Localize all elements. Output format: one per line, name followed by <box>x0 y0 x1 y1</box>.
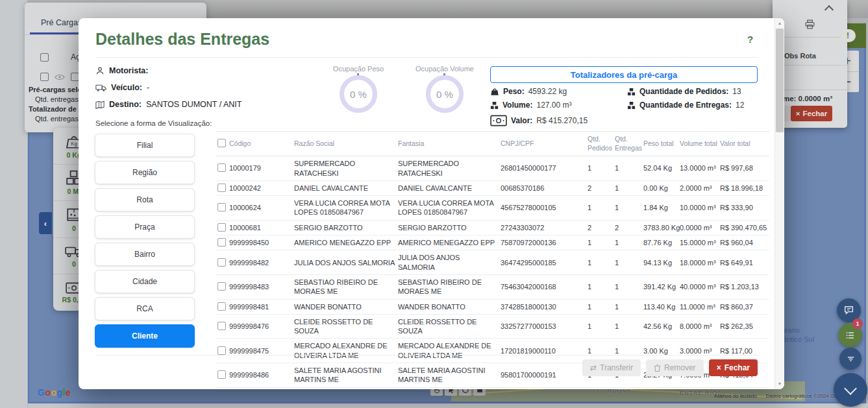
weight-icon <box>490 87 499 96</box>
remover-button[interactable]: Remover <box>646 359 704 376</box>
view-button-bairro[interactable]: Bairro <box>95 243 195 266</box>
cell: CLEIDE ROSSETTO DE SOUZA <box>294 314 398 339</box>
cell: 1 <box>615 299 643 314</box>
row-checkbox[interactable] <box>40 73 49 81</box>
total-label: Quantidade de Entregas: <box>639 101 732 110</box>
row-checkbox[interactable] <box>217 184 226 192</box>
cell: 1 <box>588 196 615 221</box>
total-value: 4593.22 kg <box>528 87 567 96</box>
cell: 8.0000 m³ <box>680 314 720 339</box>
cell: 2 <box>615 220 643 235</box>
view-button-praça[interactable]: Praça <box>95 215 195 239</box>
cell: 10.0000 m³ <box>680 196 720 221</box>
column-header: Volume total <box>680 132 720 156</box>
row-checkbox[interactable] <box>217 346 226 355</box>
table-row[interactable]: 10000681SERGIO BARZOTTOSERGIO BARZOTTO27… <box>216 220 769 235</box>
chevron-up-icon[interactable] <box>825 5 834 14</box>
total-value: R$ 415.270,15 <box>536 116 588 125</box>
table-row[interactable]: 10000242DANIEL CAVALCANTEDANIEL CAVALCAN… <box>216 180 769 195</box>
deliveries-icon <box>627 101 636 110</box>
view-button-cidade[interactable]: Cidade <box>95 270 195 293</box>
cell: 26801450000177 <box>501 156 588 181</box>
cell: SALETE MARIA AGOSTINI MARTINS ME <box>294 363 398 388</box>
transferir-button[interactable]: ⇄ Transferir <box>582 359 641 376</box>
row-checkbox[interactable] <box>217 322 226 330</box>
cell: AMERICO MENEGAZZO EPP <box>294 235 398 250</box>
row-checkbox[interactable] <box>217 163 226 172</box>
cell: 42.56 Kg <box>643 314 680 339</box>
cell: 75463042000168 <box>501 274 588 299</box>
svg-text:Kg: Kg <box>71 141 77 147</box>
view-button-rca[interactable]: RCA <box>95 297 195 320</box>
table-row[interactable]: 9999998481WANDER BONATTOWANDER BONATTO37… <box>216 299 769 314</box>
row-checkbox[interactable] <box>217 258 226 267</box>
scroll-down-arrow[interactable]: ▼ <box>775 381 784 386</box>
transfer-icon: ⇄ <box>590 363 597 372</box>
veiculo-label: Veículo: <box>111 83 142 92</box>
expand-fab-button[interactable] <box>834 373 867 407</box>
view-button-região[interactable]: Região <box>95 161 195 184</box>
tab-pre-cargas[interactable]: Pré Cargas <box>41 18 82 27</box>
table-row[interactable]: 9999998476CLEIDE ROSSETTO DE SOUZACLEIDE… <box>216 314 769 339</box>
veiculo-value: - <box>147 83 149 92</box>
cell: 2.0000 m³ <box>680 180 720 195</box>
filter-icon <box>846 354 856 364</box>
cell: 13.0000 m³ <box>680 156 720 181</box>
printer-icon[interactable] <box>805 19 815 29</box>
scroll-thumb[interactable] <box>776 29 784 132</box>
table-row[interactable]: 9999998450AMERICO MENEGAZZO EPPAMERICO M… <box>216 235 769 250</box>
table-row[interactable]: 9999998482JULIA DOS ANJOS SALMORIAJULIA … <box>216 250 769 275</box>
column-header: Peso total <box>643 132 680 156</box>
row-checkbox[interactable] <box>217 223 226 232</box>
cell: 9999998476 <box>216 314 294 339</box>
cell: MERCADO ALEXANDRE DE OLIVEIRA LTDA ME <box>398 339 501 363</box>
left-sidebar <box>0 0 28 408</box>
map-alert-marker[interactable]: ! <box>840 29 856 42</box>
help-icon[interactable]: ? <box>747 34 753 45</box>
table-row[interactable]: 9999998483SEBASTIAO RIBEIRO DE MORAES ME… <box>216 274 769 299</box>
cell: 52.04 Kg <box>643 156 680 181</box>
total-item: Quantidade de Entregas:12 <box>627 101 744 110</box>
gauge-volume: 0 % <box>426 75 464 113</box>
row-checkbox[interactable] <box>217 302 226 311</box>
header-checkbox[interactable] <box>217 139 226 147</box>
cell: 1 <box>615 274 643 299</box>
view-button-rota[interactable]: Rota <box>95 188 195 211</box>
cell: DANIEL CAVALCANTE <box>398 180 501 195</box>
select-all-checkbox[interactable] <box>40 53 49 62</box>
orders-icon <box>627 88 636 96</box>
cell: 9999998482 <box>216 250 294 275</box>
cell: JULIA DOS ANJOS SALMORIA <box>398 250 501 275</box>
eye-icon[interactable] <box>55 74 65 80</box>
row-checkbox[interactable] <box>217 203 226 211</box>
view-button-cliente[interactable]: Cliente <box>95 324 195 348</box>
fechar-button[interactable]: × Fechar <box>709 359 758 376</box>
view-button-filial[interactable]: Filial <box>95 134 195 157</box>
cell: 95801700000191 <box>501 363 588 388</box>
delivery-details-modal: Detalhes das Entregas ? Motorista: Veícu… <box>79 18 784 389</box>
list-icon <box>845 330 856 341</box>
modal-title: Detalhes das Entregas <box>95 30 269 49</box>
table-row[interactable]: 10000179SUPERMERCADO RATACHESKISUPERMERC… <box>216 156 769 181</box>
row-checkbox[interactable] <box>217 282 226 291</box>
motorista-label: Motorista: <box>109 66 148 75</box>
row-checkbox[interactable] <box>217 370 226 379</box>
cell: 1 <box>588 235 615 250</box>
collapse-panel-button[interactable]: ‹ <box>39 212 52 234</box>
gauge-peso-label: Ocupação Peso <box>316 65 401 73</box>
cell: 391.42 Kg <box>643 274 680 299</box>
filter-fab-button[interactable] <box>839 348 862 370</box>
route-fechar-button[interactable]: × Fechar <box>791 106 832 121</box>
modal-scrollbar[interactable]: ▲ ▼ <box>775 18 784 389</box>
cell: 1 <box>588 299 615 314</box>
map-icon <box>95 101 105 109</box>
cell: VERA LUCIA CORREA MOTA LOPES 01850847967 <box>294 196 398 221</box>
stat-value: 0 <box>72 260 76 268</box>
scroll-up-arrow[interactable]: ▲ <box>775 21 784 25</box>
truck-icon <box>95 84 106 92</box>
cell: R$ 333,90 <box>720 196 769 221</box>
cell: 15.0000 m³ <box>680 235 720 250</box>
keyboard-shortcuts-link[interactable]: Atalhos do teclado <box>714 393 757 399</box>
row-checkbox[interactable] <box>217 238 226 246</box>
table-row[interactable]: 10000624VERA LUCIA CORREA MOTA LOPES 018… <box>216 196 769 221</box>
